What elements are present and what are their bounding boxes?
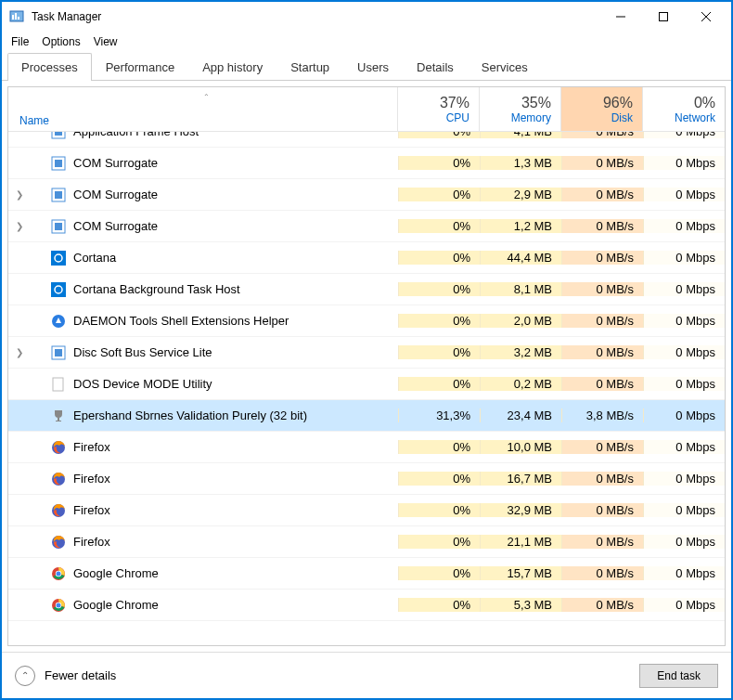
cell-net: 0 Mbps [643,282,725,296]
table-row[interactable]: Application Frame Host0%4,1 MB0 MB/s0 Mb… [8,132,725,148]
table-row[interactable]: Google Chrome0%15,7 MB0 MB/s0 Mbps [8,558,725,590]
table-row[interactable]: Cortana Background Task Host0%8,1 MB0 MB… [8,274,725,305]
table-row[interactable]: DAEMON Tools Shell Extensions Helper0%2,… [8,305,725,337]
table-row[interactable]: COM Surrogate0%1,3 MB0 MB/s0 Mbps [8,148,725,179]
svg-rect-5 [660,13,668,21]
cell-cpu: 0% [398,156,480,170]
tab-startup[interactable]: Startup [276,53,343,81]
menu-options[interactable]: Options [42,35,80,48]
menu-file[interactable]: File [11,35,29,48]
cell-net: 0 Mbps [643,188,725,201]
process-name-label: Firefox [73,440,110,454]
svg-rect-16 [51,251,66,266]
svg-rect-15 [55,223,62,230]
cell-net: 0 Mbps [643,472,725,486]
cell-disk: 0 MB/s [561,188,643,201]
process-table: ⌃ Name 37% CPU 35% Memory 96% Disk 0% Ne… [7,86,726,646]
table-row[interactable]: ❯Disc Soft Bus Service Lite0%3,2 MB0 MB/… [8,337,725,369]
cell-disk: 0 MB/s [561,535,643,549]
maximize-button[interactable] [642,3,685,31]
column-header-disk[interactable]: 96% Disk [561,87,643,131]
cell-cpu: 0% [398,440,480,454]
process-name-label: COM Surrogate [73,188,158,201]
cell-cpu: 0% [398,377,480,391]
cell-mem: 32,9 MB [480,503,561,517]
tab-app-history[interactable]: App history [188,53,276,81]
column-header-cpu[interactable]: 37% CPU [398,87,480,131]
menu-view[interactable]: View [94,35,118,48]
column-header-memory[interactable]: 35% Memory [480,87,561,131]
generic-blue-icon [51,132,66,139]
process-name-cell: ❯COM Surrogate [8,219,398,234]
fewer-details-label: Fewer details [45,668,116,682]
process-name-label: COM Surrogate [73,156,158,170]
table-row[interactable]: Epershand Sbrnes Validation Purely (32 b… [8,400,725,432]
process-name-label: Application Frame Host [73,132,199,138]
column-header-network[interactable]: 0% Network [643,87,725,131]
cell-mem: 44,4 MB [480,251,561,265]
table-row[interactable]: ❯COM Surrogate0%1,2 MB0 MB/s0 Mbps [8,211,725,242]
svg-rect-11 [55,160,62,167]
table-row[interactable]: Google Chrome0%5,3 MB0 MB/s0 Mbps [8,590,725,621]
tab-details[interactable]: Details [403,53,468,81]
cell-mem: 16,7 MB [480,472,561,486]
process-name-label: Epershand Sbrnes Validation Purely (32 b… [73,408,307,422]
cell-disk: 0 MB/s [561,377,643,391]
minimize-button[interactable] [599,3,642,31]
chrome-icon [51,598,66,613]
cell-disk: 0 MB/s [561,598,643,612]
window-title: Task Manager [32,10,599,23]
network-percent: 0% [694,95,715,111]
table-row[interactable]: Firefox0%16,7 MB0 MB/s0 Mbps [8,463,725,495]
tab-users[interactable]: Users [343,53,403,81]
tab-services[interactable]: Services [468,53,542,81]
menubar: File Options View [2,32,731,52]
expander-icon[interactable]: ❯ [12,189,27,200]
firefox-icon [51,535,66,550]
cpu-label: CPU [446,111,469,124]
process-name-label: Firefox [73,472,110,486]
titlebar[interactable]: Task Manager [2,2,731,32]
process-name-cell: Firefox [8,535,398,550]
table-row[interactable]: ❯COM Surrogate0%2,9 MB0 MB/s0 Mbps [8,179,725,211]
memory-percent: 35% [521,95,551,111]
process-name-cell: Google Chrome [8,566,398,581]
table-row[interactable]: DOS Device MODE Utility0%0,2 MB0 MB/s0 M… [8,369,725,400]
footer: ⌃ Fewer details End task [2,652,731,698]
generic-blue-icon [51,345,66,360]
cell-net: 0 Mbps [643,314,725,328]
process-name-label: Google Chrome [73,566,159,580]
cell-mem: 5,3 MB [480,598,561,612]
table-row[interactable]: Cortana0%44,4 MB0 MB/s0 Mbps [8,242,725,274]
expander-icon[interactable]: ❯ [12,347,27,357]
table-row[interactable]: Firefox0%21,1 MB0 MB/s0 Mbps [8,526,725,558]
cell-disk: 0 MB/s [561,251,643,265]
cell-cpu: 31,3% [398,408,480,422]
process-name-cell: Firefox [8,440,398,455]
process-name-cell: COM Surrogate [8,156,398,171]
tab-performance[interactable]: Performance [92,53,188,81]
process-name-label: COM Surrogate [73,219,158,233]
close-button[interactable] [685,3,727,31]
cell-mem: 1,3 MB [480,156,561,170]
cell-mem: 3,2 MB [480,345,561,359]
process-list[interactable]: Application Frame Host0%4,1 MB0 MB/s0 Mb… [8,132,725,645]
process-name-label: Google Chrome [73,598,159,612]
cell-net: 0 Mbps [643,377,725,391]
cell-disk: 0 MB/s [561,440,643,454]
firefox-icon [51,503,66,518]
process-name-label: DOS Device MODE Utility [73,377,212,391]
table-row[interactable]: Firefox0%10,0 MB0 MB/s0 Mbps [8,432,725,463]
process-name-cell: Firefox [8,472,398,486]
column-label-name: Name [19,114,49,127]
cell-net: 0 Mbps [643,503,725,517]
end-task-button[interactable]: End task [639,664,718,688]
tab-processes[interactable]: Processes [7,53,92,81]
fewer-details-button[interactable]: ⌃ Fewer details [15,666,639,686]
generic-blue-icon [51,219,66,234]
expander-icon[interactable]: ❯ [12,221,27,231]
svg-point-33 [57,603,61,607]
table-row[interactable]: Firefox0%32,9 MB0 MB/s0 Mbps [8,495,725,526]
column-header-name[interactable]: ⌃ Name [8,87,398,131]
disk-percent: 96% [603,95,633,111]
